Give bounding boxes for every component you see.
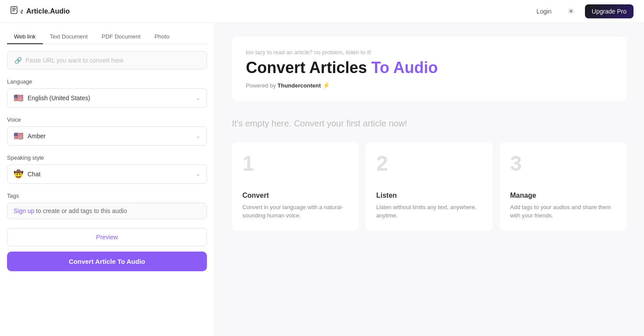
chevron-down-icon: ⌄ [196,95,200,101]
feature-card-manage: 3 Manage Add tags to your audios and sha… [500,143,626,231]
feature-card-convert: 1 Convert Convert in your language with … [232,143,359,231]
link-icon: 🔗 [14,57,22,64]
voice-label: Voice [7,116,207,123]
input-type-tabs: Web link Text Document PDF Document Phot… [7,30,207,44]
hero-section: too lazy to read an article? no problem,… [232,37,626,101]
tags-description: to create or add tags to this audio [34,207,127,214]
card-title-convert: Convert [242,192,348,200]
main-layout: Web link Text Document PDF Document Phot… [0,23,644,336]
header-actions: Login ☀ Upgrade Pro [531,4,634,18]
empty-state-message: It's empty here. Convert your first arti… [232,119,626,129]
tags-container: Sign up to create or add tags to this au… [7,203,207,219]
right-panel: too lazy to read an article? no problem,… [214,23,644,336]
sun-icon: ☀ [567,7,574,16]
tab-web-link[interactable]: Web link [7,30,43,44]
language-label: Language [7,78,207,85]
card-desc-convert: Convert in your language with a natural-… [242,203,348,220]
hero-powered-text: Powered by Thundercontent ⚡ [246,82,612,89]
login-button[interactable]: Login [531,5,556,18]
logo-icon: → 🔊 [10,5,23,17]
card-title-listen: Listen [376,192,482,200]
url-input[interactable] [25,57,200,64]
tab-photo[interactable]: Photo [147,30,176,44]
speaking-style-emoji: 🤠 [14,169,23,179]
left-panel: Web link Text Document PDF Document Phot… [0,23,214,336]
card-number-3: 3 [510,153,616,174]
theme-toggle-button[interactable]: ☀ [564,4,578,18]
tab-text-document[interactable]: Text Document [43,30,95,44]
convert-button[interactable]: Convert Article To Audio [7,252,207,271]
thunder-icon: ⚡ [322,82,330,89]
logo-text: Article.Audio [26,7,70,15]
svg-rect-0 [11,7,17,14]
language-value: English (United States) [28,94,90,102]
feature-cards: 1 Convert Convert in your language with … [232,143,626,231]
card-desc-listen: Listen without limits any text, anywhere… [376,203,482,220]
speaking-style-value: Chat [28,171,41,178]
logo-area: → 🔊 Article.Audio [10,5,70,17]
voice-flag: 🇺🇸 [14,131,23,141]
language-select[interactable]: 🇺🇸 English (United States) ⌄ [7,88,207,108]
hero-subtitle: too lazy to read an article? no problem,… [246,49,612,56]
thundercontent-link[interactable]: Thundercontent [277,82,321,89]
sign-up-link[interactable]: Sign up [14,207,34,214]
hero-title-purple: To Audio [371,59,438,77]
voice-select[interactable]: 🇺🇸 Amber ⌄ [7,126,207,146]
card-desc-manage: Add tags to your audios and share them w… [510,203,616,220]
speaking-style-select[interactable]: 🤠 Chat ⌄ [7,164,207,184]
tab-pdf-document[interactable]: PDF Document [94,30,147,44]
language-flag: 🇺🇸 [14,93,23,103]
speaking-style-label: Speaking style [7,154,207,161]
voice-value: Amber [28,133,46,140]
hero-title-black: Convert Articles [246,59,367,77]
card-number-2: 2 [376,153,482,174]
tags-label: Tags [7,192,207,199]
svg-text:🔊: 🔊 [20,8,23,14]
hero-title: Convert Articles To Audio [246,59,612,77]
preview-button[interactable]: Preview [7,228,207,246]
card-title-manage: Manage [510,192,616,200]
chevron-down-icon: ⌄ [196,133,200,139]
header: → 🔊 Article.Audio Login ☀ Upgrade Pro [0,0,644,23]
chevron-down-icon: ⌄ [196,171,200,177]
upgrade-pro-button[interactable]: Upgrade Pro [585,4,634,18]
feature-card-listen: 2 Listen Listen without limits any text,… [366,143,493,231]
card-number-1: 1 [242,153,348,174]
url-input-container: 🔗 [7,51,207,70]
